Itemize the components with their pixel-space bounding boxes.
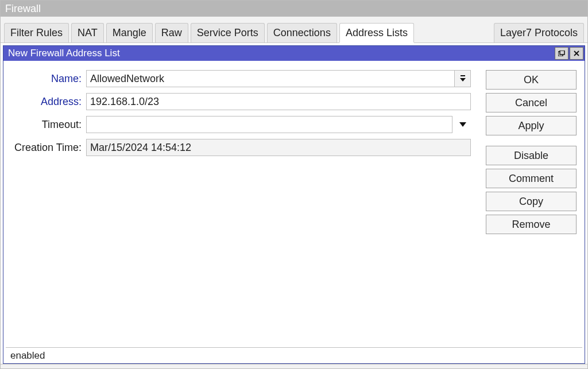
comment-button[interactable]: Comment	[486, 169, 577, 188]
ok-button[interactable]: OK	[486, 70, 577, 90]
row-name: Name:	[6, 70, 471, 87]
tab-row: Filter Rules NAT Mangle Raw Service Port…	[1, 17, 587, 43]
address-input[interactable]	[86, 93, 471, 110]
tab-raw[interactable]: Raw	[155, 23, 188, 42]
dialog-title: New Firewall Address List	[8, 48, 554, 59]
tab-service-ports[interactable]: Service Ports	[191, 23, 265, 42]
status-bar: enabled	[6, 347, 582, 363]
creation-time-field	[86, 139, 471, 156]
svg-marker-5	[460, 78, 466, 81]
name-input[interactable]	[86, 70, 455, 87]
timeout-expand-button[interactable]	[455, 116, 471, 133]
restore-icon	[558, 51, 565, 56]
tab-nat[interactable]: NAT	[71, 23, 104, 42]
disable-button[interactable]: Disable	[486, 146, 577, 165]
row-timeout: Timeout:	[6, 116, 471, 133]
apply-button[interactable]: Apply	[486, 116, 577, 135]
window-titlebar: Firewall	[1, 1, 587, 17]
timeout-input[interactable]	[86, 116, 452, 133]
dialog-titlebar: New Firewall Address List	[3, 46, 585, 61]
svg-marker-6	[459, 122, 466, 127]
cancel-button[interactable]: Cancel	[486, 93, 577, 112]
button-column: OK Cancel Apply Disable Comment Copy Rem…	[486, 70, 577, 347]
dialog-close-button[interactable]	[570, 47, 583, 60]
close-icon	[574, 51, 579, 56]
copy-button[interactable]: Copy	[486, 192, 577, 211]
label-creation-time: Creation Time:	[6, 142, 86, 154]
new-address-list-dialog: New Firewall Address List	[3, 45, 585, 364]
svg-rect-4	[461, 75, 465, 76]
label-address: Address:	[6, 96, 86, 108]
window-title: Firewall	[5, 3, 41, 14]
chevron-down-icon	[459, 122, 467, 127]
remove-button[interactable]: Remove	[486, 215, 577, 234]
dropdown-combo-icon	[459, 75, 466, 83]
tab-filter-rules[interactable]: Filter Rules	[4, 23, 69, 42]
dialog-restore-button[interactable]	[555, 47, 568, 60]
firewall-window: Firewall Filter Rules NAT Mangle Raw Ser…	[0, 0, 588, 369]
label-timeout: Timeout:	[6, 119, 86, 131]
window-resize-strip	[1, 364, 587, 368]
row-address: Address:	[6, 93, 471, 110]
dialog-body: Name: Ad	[3, 61, 585, 347]
form-column: Name: Ad	[6, 70, 471, 347]
status-text: enabled	[10, 350, 45, 362]
tab-layer7-protocols[interactable]: Layer7 Protocols	[494, 23, 584, 42]
tab-mangle[interactable]: Mangle	[106, 23, 153, 42]
name-dropdown-button[interactable]	[455, 70, 471, 87]
svg-rect-1	[560, 51, 564, 55]
tab-connections[interactable]: Connections	[267, 23, 337, 42]
label-name: Name:	[6, 73, 86, 85]
row-creation-time: Creation Time:	[6, 139, 471, 156]
tab-address-lists[interactable]: Address Lists	[339, 23, 414, 42]
